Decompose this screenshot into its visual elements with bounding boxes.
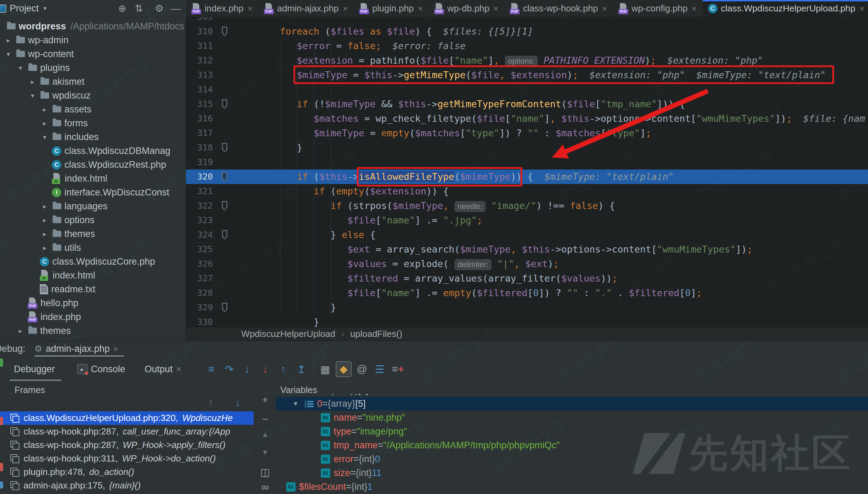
tab-output[interactable]: Output× — [145, 364, 182, 375]
scroll-down-icon[interactable]: ▼ — [254, 448, 276, 457]
tree-item-wp-content[interactable]: ▾wp-content — [0, 47, 186, 61]
variable-row-0[interactable]: ▼1230 = {array} [5] — [276, 397, 868, 411]
threads-view-icon[interactable]: ☰ — [371, 363, 389, 375]
breakpoints-icon[interactable]: ◆ — [336, 361, 352, 377]
line-number[interactable]: 317 — [186, 126, 213, 140]
variable-row-error[interactable]: 01error = {int} 0 — [276, 452, 868, 466]
gutter-marker[interactable] — [222, 201, 227, 211]
line-number[interactable]: 326 — [186, 257, 213, 271]
frame-row[interactable]: class-wp-hook.php:287, WP_Hook->apply_fi… — [0, 438, 254, 452]
tab-console[interactable]: ▸Console — [77, 364, 125, 375]
frame-up-icon[interactable]: ↑ — [202, 397, 220, 409]
tree-item-interface.WpDiscuzConst[interactable]: Iinterface.WpDiscuzConst — [0, 185, 186, 199]
mentions-icon[interactable]: @ — [353, 363, 371, 375]
frame-row[interactable]: class-wp-hook.php:311, WP_Hook->do_actio… — [0, 452, 254, 465]
breakpoint-icon[interactable] — [0, 463, 3, 471]
tree-item-wpdiscuz[interactable]: ▾wpdiscuz — [0, 89, 186, 102]
code-line-317[interactable]: 317 $mimeType = empty($matches["type"]) … — [186, 126, 868, 140]
code-editor[interactable]: 309310 foreach ($files as $file) { $file… — [186, 0, 868, 341]
line-number[interactable]: 312 — [186, 53, 213, 68]
code-line-323[interactable]: 323 $file["name"] .= ".jpg"; — [186, 213, 868, 228]
force-step-into-icon[interactable]: ↓ — [256, 363, 274, 375]
tab-debugger[interactable]: Debugger — [14, 364, 55, 375]
tab-index.php[interactable]: PHPindex.php× — [186, 0, 259, 17]
gutter-marker[interactable] — [222, 303, 227, 312]
frame-row[interactable]: admin-ajax.php:175, {main}() — [0, 479, 254, 492]
close-icon[interactable]: × — [176, 364, 182, 375]
chevron-down-icon[interactable]: ▼ — [42, 6, 48, 12]
add-watch-icon[interactable]: ≡+ — [389, 363, 407, 375]
gutter-marker[interactable] — [222, 99, 227, 109]
chevron-down-icon[interactable]: ▾ — [40, 133, 49, 141]
tree-item-themes[interactable]: ▸themes — [0, 227, 186, 241]
gutter-marker[interactable] — [222, 230, 227, 240]
line-number[interactable]: 322 — [186, 199, 213, 213]
tree-item-hello.php[interactable]: PHPhello.php — [0, 296, 186, 310]
tree-item-includes[interactable]: ▾includes — [0, 130, 186, 144]
line-number[interactable]: 310 — [186, 24, 213, 39]
line-number[interactable]: 327 — [186, 271, 213, 286]
tab-class-wp-hook.php[interactable]: PHPclass-wp-hook.php× — [504, 0, 613, 17]
run-to-cursor-icon[interactable]: ↥ — [292, 363, 310, 375]
code-line-329[interactable]: 329 } — [186, 300, 868, 315]
tree-item-class.WpdiscuzDBManag[interactable]: Cclass.WpdiscuzDBManag — [0, 144, 186, 158]
evaluate-expression-icon[interactable]: ▦ — [316, 363, 334, 375]
close-icon[interactable]: × — [248, 4, 253, 13]
code-line-320[interactable]: 320 if ($this->isAllowedFileType($mimeTy… — [186, 170, 868, 184]
code-line-324[interactable]: 324 } else { — [186, 228, 868, 242]
close-icon[interactable]: × — [113, 344, 118, 354]
line-number[interactable]: 314 — [186, 82, 213, 97]
line-number[interactable]: 320 — [186, 170, 213, 184]
add-icon[interactable]: + — [254, 394, 276, 406]
tree-item-class.WpdiscuzRest.php[interactable]: Cclass.WpdiscuzRest.php — [0, 158, 186, 172]
variable-row-size[interactable]: 01size = {int} 11 — [276, 466, 868, 480]
code-line-322[interactable]: 322 if (strpos($mimeType, needle: "image… — [186, 199, 868, 213]
variable-row-$files[interactable]: ▼123$files = {array} [1] — [276, 394, 868, 397]
variable-row-$filesCount[interactable]: 01$filesCount = {int} 1 — [276, 480, 868, 494]
tab-admin-ajax.php[interactable]: PHPadmin-ajax.php× — [259, 0, 354, 17]
code-line-313[interactable]: 313 $mimeType = $this->getMimeType($file… — [186, 68, 868, 82]
variable-row-tmp_name[interactable]: 01tmp_name = "/Applications/MAMP/tmp/php… — [276, 438, 868, 452]
tree-item-plugins[interactable]: ▾plugins — [0, 61, 186, 75]
code-line-314[interactable]: 314 — [186, 82, 868, 97]
remove-icon[interactable]: − — [254, 413, 276, 425]
tree-item-assets[interactable]: ▸assets — [0, 102, 186, 116]
tree-item-languages[interactable]: ▸languages — [0, 199, 186, 213]
tree-item-readme.txt[interactable]: readme.txt — [0, 282, 186, 296]
code-line-321[interactable]: 321 if (empty($extension)) { — [186, 184, 868, 199]
line-number[interactable]: 328 — [186, 286, 213, 300]
chevron-right-icon[interactable]: ▸ — [40, 244, 49, 252]
tree-item-index.html[interactable]: Hindex.html — [0, 268, 186, 282]
close-icon[interactable]: × — [602, 4, 607, 13]
code-line-328[interactable]: 328 $file["name"] .= empty($filtered[0])… — [186, 286, 868, 300]
chevron-down-icon[interactable]: ▼ — [292, 400, 304, 408]
chevron-right-icon[interactable]: ▸ — [40, 230, 49, 238]
tab-plugin.php[interactable]: PHPplugin.php× — [354, 0, 429, 17]
settings-icon[interactable]: ⚙ — [153, 3, 166, 14]
close-icon[interactable]: × — [343, 4, 348, 13]
tree-item-options[interactable]: ▸options — [0, 213, 186, 227]
line-number[interactable]: 319 — [186, 155, 213, 170]
code-line-315[interactable]: 315 if (!$mimeType && $this->getMimeType… — [186, 97, 868, 111]
frame-row[interactable]: class-wp-hook.php:287, call_user_func_ar… — [0, 425, 254, 438]
close-icon[interactable]: × — [692, 4, 697, 13]
code-line-316[interactable]: 316 $matches = wp_check_filetype($file["… — [186, 111, 868, 126]
chevron-down-icon[interactable]: ▾ — [3, 50, 13, 58]
chevron-right-icon[interactable]: ▸ — [16, 327, 25, 335]
code-line-312[interactable]: 312 $extension = pathinfo($file["name"],… — [186, 53, 868, 68]
breadcrumb-class[interactable]: WpdiscuzHelperUpload — [241, 329, 335, 339]
tab-wp-db.php[interactable]: PHPwp-db.php× — [429, 0, 504, 17]
tree-item-akismet[interactable]: ▸akismet — [0, 75, 186, 89]
copy-frames-icon[interactable]: ◫ — [254, 466, 276, 478]
gutter-marker[interactable] — [222, 172, 227, 182]
debug-session-tab[interactable]: ⚙ admin-ajax.php × — [34, 344, 118, 354]
chevron-right-icon[interactable]: ▸ — [40, 106, 49, 113]
locate-icon[interactable]: ⊕ — [116, 3, 129, 14]
code-line-325[interactable]: 325 $ext = array_search($mimeType, $this… — [186, 242, 868, 257]
line-number[interactable]: 311 — [186, 39, 213, 53]
chevron-right-icon[interactable]: ▸ — [40, 119, 49, 127]
resume-icon[interactable] — [0, 358, 3, 367]
tree-item-wordpress[interactable]: wordpress/Applications/MAMP/htdocs — [0, 19, 186, 33]
line-number[interactable]: 329 — [186, 300, 213, 315]
gutter-marker[interactable] — [222, 27, 227, 36]
